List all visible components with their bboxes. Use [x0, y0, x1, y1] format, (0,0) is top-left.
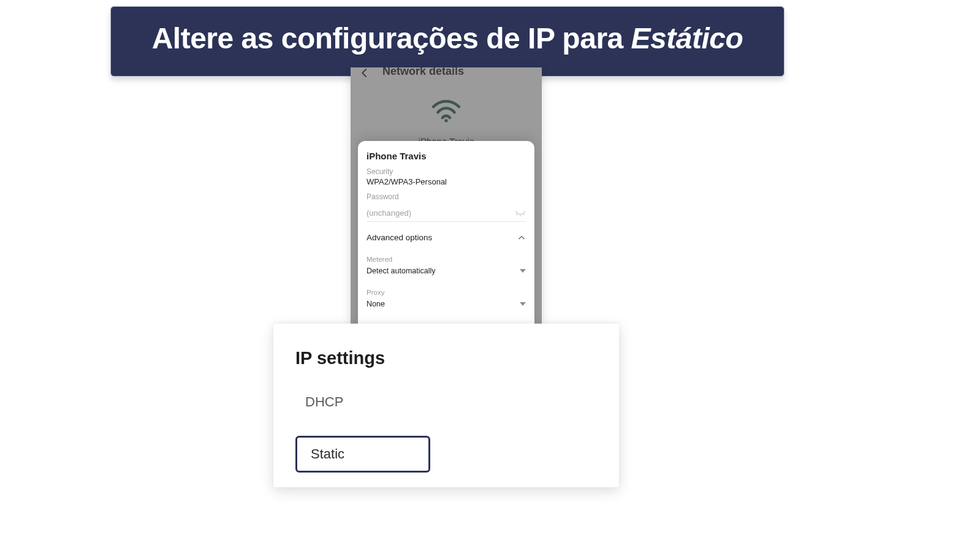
proxy-label: Proxy — [367, 289, 526, 296]
banner-text: Altere as configurações de IP para — [152, 22, 631, 55]
security-label: Security — [367, 167, 526, 176]
chevron-up-icon — [517, 234, 526, 242]
wifi-edit-bottomsheet: iPhone Travis Security WPA2/WPA3-Persona… — [358, 141, 534, 325]
caret-down-icon — [520, 302, 526, 306]
metered-label: Metered — [367, 256, 526, 263]
svg-line-1 — [517, 213, 518, 215]
ip-option-dhcp[interactable]: DHCP — [295, 387, 597, 417]
password-field[interactable]: (unchanged) — [367, 208, 526, 222]
show-password-icon[interactable] — [515, 210, 526, 217]
password-placeholder: (unchanged) — [367, 208, 411, 218]
metered-dropdown[interactable]: Detect automatically — [367, 267, 526, 275]
ip-option-static[interactable]: Static — [295, 436, 430, 473]
caret-down-icon — [520, 269, 526, 273]
banner-emphasis: Estático — [631, 22, 743, 55]
svg-line-3 — [523, 213, 525, 215]
metered-value: Detect automatically — [367, 267, 436, 275]
proxy-value: None — [367, 300, 385, 308]
advanced-options-label: Advanced options — [367, 233, 432, 242]
ip-settings-title: IP settings — [295, 348, 597, 368]
instruction-banner: Altere as configurações de IP para Estát… — [110, 6, 784, 77]
proxy-dropdown[interactable]: None — [367, 300, 526, 308]
security-value: WPA2/WPA3-Personal — [367, 177, 526, 186]
phone-screenshot: Network details iPhone Travis iPhone Tra… — [351, 67, 542, 325]
sheet-title: iPhone Travis — [367, 151, 526, 161]
ip-settings-dialog: IP settings DHCP Static — [273, 324, 619, 487]
password-label: Password — [367, 192, 526, 201]
advanced-options-row[interactable]: Advanced options — [367, 233, 526, 242]
